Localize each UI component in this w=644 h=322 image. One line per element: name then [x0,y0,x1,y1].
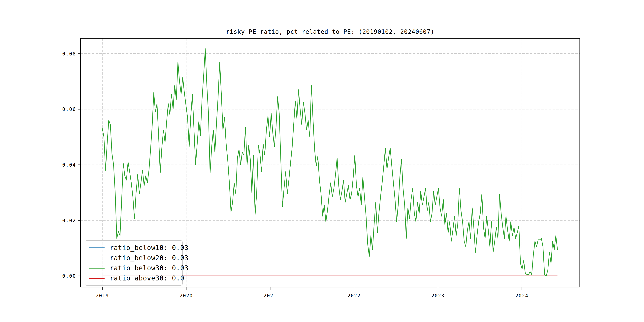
legend-item-ratio_below20: ratio_below20: 0.03 [89,254,179,262]
legend-swatch-line [89,268,104,268]
legend-item-ratio_below10: ratio_below10: 0.03 [89,244,179,252]
y-tick-label-0.04: 0.04 [62,162,76,168]
figure: risky PE ratio, pct related to PE: (2019… [0,0,644,322]
legend-swatch-line [89,248,104,248]
legend-swatch-line [89,258,104,258]
legend-label: ratio_below20: 0.03 [110,254,189,262]
y-tick-label-0.08: 0.08 [62,51,76,57]
legend-item-ratio_below30: ratio_below30: 0.03 [89,264,179,272]
y-tick-label-0.00: 0.00 [62,273,76,279]
x-tick-label-2023: 2023 [432,293,445,298]
x-tick-label-2022: 2022 [348,293,360,298]
x-tick-label-2024: 2024 [516,293,528,298]
x-tick-label-2021: 2021 [264,293,277,298]
y-tick-label-0.02: 0.02 [62,218,76,224]
y-tick-label-0.06: 0.06 [62,106,76,112]
x-tick-label-2020: 2020 [180,293,193,298]
legend-label: ratio_above30: 0.0 [110,274,184,282]
x-tick-label-2019: 2019 [96,293,109,298]
legend-label: ratio_below30: 0.03 [110,264,189,272]
legend-label: ratio_below10: 0.03 [110,244,189,252]
legend-item-ratio_above30: ratio_above30: 0.0 [89,274,179,282]
legend-swatch-line [89,278,104,279]
legend-box: ratio_below10: 0.03ratio_below20: 0.03ra… [85,240,183,286]
